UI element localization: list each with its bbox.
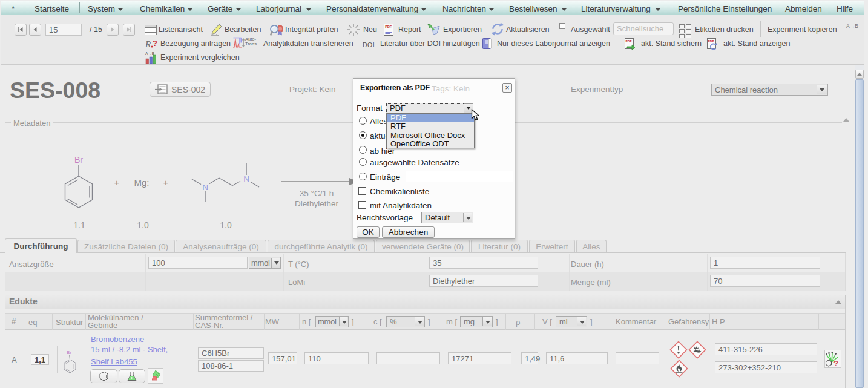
svg-text:+: +: [163, 177, 169, 188]
svg-text:N: N: [202, 183, 208, 192]
svg-text:Mg:: Mg:: [134, 177, 149, 188]
svg-text:R: R: [145, 39, 151, 49]
svg-text:?: ?: [153, 39, 157, 48]
svg-text:+: +: [114, 177, 120, 188]
svg-text:1.0: 1.0: [137, 220, 149, 230]
svg-text:PDF: PDF: [626, 39, 632, 43]
svg-text:PDF: PDF: [708, 39, 714, 43]
svg-text:35 °C/1 h: 35 °C/1 h: [300, 189, 334, 198]
svg-text:?: ?: [833, 359, 838, 368]
svg-text:Br: Br: [74, 155, 83, 165]
svg-text:N: N: [243, 174, 249, 183]
svg-text:1.0: 1.0: [220, 220, 232, 230]
svg-text:Br: Br: [67, 350, 71, 355]
svg-text:Diethylether: Diethylether: [295, 199, 339, 208]
svg-text:1.1: 1.1: [73, 220, 85, 230]
svg-text:PDF: PDF: [385, 25, 392, 28]
